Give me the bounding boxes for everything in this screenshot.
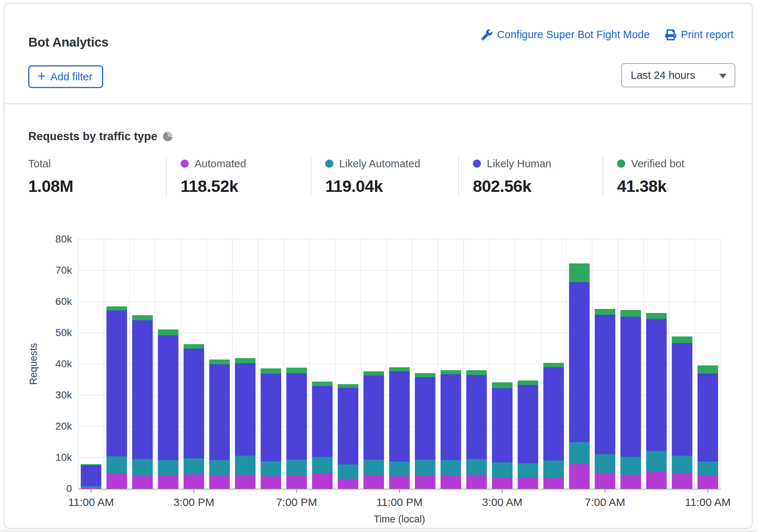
bar[interactable] [595, 239, 615, 489]
bar-segment-verified-bot [389, 367, 410, 371]
bar[interactable] [672, 239, 692, 489]
v-gridline [309, 239, 310, 489]
bar-segment-likely-automated [698, 462, 718, 475]
bar[interactable] [389, 239, 410, 489]
bar-segment-likely-human [595, 315, 615, 454]
bar-segment-verified-bot [415, 373, 435, 377]
x-tick-mark [605, 489, 605, 493]
bar-segment-likely-human [543, 367, 564, 460]
bar[interactable] [286, 239, 307, 489]
likely-automated-dot-icon [325, 160, 333, 168]
bar-segment-likely-automated [261, 461, 281, 476]
bar-segment-likely-human [312, 386, 333, 457]
page-title: Bot Analytics [28, 35, 108, 50]
bar[interactable] [569, 239, 590, 489]
bar[interactable] [543, 239, 564, 489]
bar-segment-likely-automated [363, 460, 384, 475]
bar-segment-likely-automated [158, 460, 178, 475]
bar-segment-likely-automated [441, 460, 461, 476]
bar-segment-verified-bot [338, 384, 358, 387]
bar-segment-verified-bot [620, 310, 641, 317]
x-tick-label: 3:00 PM [173, 496, 214, 509]
v-gridline [129, 239, 130, 489]
v-gridline [643, 239, 644, 489]
bar-segment-automated [286, 475, 307, 489]
stat-automated-label: Automated [195, 158, 246, 170]
bar[interactable] [209, 239, 230, 489]
traffic-type-stats: Total 1.08M Automated 118.52k Likely Aut… [28, 157, 734, 196]
bar-segment-verified-bot [209, 360, 230, 364]
configure-super-bot-fight-mode-link[interactable]: Configure Super Bot Fight Mode [481, 29, 650, 41]
bar-segment-likely-automated [389, 462, 410, 476]
bar-segment-likely-human [441, 374, 461, 460]
x-tick-mark [193, 489, 194, 493]
v-gridline [438, 239, 438, 489]
bar-segment-automated [338, 479, 358, 489]
v-gridline [361, 239, 361, 489]
bar-segment-likely-human [235, 363, 256, 456]
bar[interactable] [106, 239, 127, 489]
time-range-value: Last 24 hours [631, 69, 695, 81]
bar-segment-automated [492, 478, 512, 489]
bar-segment-automated [595, 473, 615, 489]
automated-dot-icon [181, 160, 189, 168]
header-divider [4, 103, 752, 104]
v-gridline [669, 239, 670, 489]
stat-verified-bot-label: Verified bot [631, 158, 684, 170]
bar-segment-likely-human [363, 375, 384, 460]
v-gridline [566, 239, 567, 489]
bar-segment-verified-bot [261, 368, 281, 374]
x-tick-label: 7:00 AM [585, 496, 625, 509]
bar[interactable] [184, 239, 204, 489]
bar-segment-likely-human [646, 319, 667, 451]
configure-link-label: Configure Super Bot Fight Mode [497, 29, 650, 41]
bar[interactable] [235, 239, 256, 489]
bar[interactable] [698, 239, 718, 489]
print-link-label: Print report [681, 29, 734, 41]
likely-human-dot-icon [473, 160, 481, 168]
print-report-link[interactable]: Print report [665, 29, 734, 41]
add-filter-button[interactable]: + Add filter [28, 65, 103, 88]
bar[interactable] [261, 239, 281, 489]
bar-segment-likely-human [338, 388, 358, 464]
v-gridline [283, 239, 284, 489]
bar[interactable] [81, 239, 101, 489]
plot-area [78, 239, 721, 489]
bar-segment-automated [158, 475, 178, 489]
bar-segment-likely-automated [132, 459, 153, 475]
time-range-dropdown[interactable]: Last 24 hours [621, 63, 735, 87]
bar[interactable] [158, 239, 178, 489]
bar-segment-likely-human [569, 282, 590, 442]
chart: Requests Time (local) 010k20k30k40k50k60… [4, 233, 753, 529]
bar[interactable] [312, 239, 333, 489]
bar[interactable] [466, 239, 487, 489]
bar[interactable] [132, 239, 153, 489]
bar[interactable] [363, 239, 384, 489]
bar-segment-automated [235, 475, 256, 489]
stat-likely-automated: Likely Automated 119.04k [311, 157, 458, 196]
bar-segment-automated [672, 473, 692, 489]
v-gridline [489, 239, 490, 489]
x-axis-title: Time (local) [78, 514, 721, 525]
bar-segment-automated [132, 475, 153, 489]
add-filter-label: Add filter [50, 71, 92, 83]
bar-segment-automated [261, 476, 281, 489]
section-title: Requests by traffic type [28, 130, 173, 143]
bar-segment-automated [646, 471, 667, 489]
stat-likely-automated-label: Likely Automated [339, 158, 420, 170]
bar[interactable] [518, 239, 538, 489]
bar-segment-likely-human [415, 377, 435, 460]
v-gridline [78, 239, 79, 489]
y-tick-label: 70k [4, 264, 72, 277]
bar[interactable] [492, 239, 512, 489]
page-background-strip [0, 529, 757, 532]
stat-automated: Automated 118.52k [166, 157, 311, 196]
bar[interactable] [620, 239, 641, 489]
bar-segment-likely-automated [569, 442, 590, 464]
bar[interactable] [441, 239, 461, 489]
bar[interactable] [646, 239, 667, 489]
v-gridline [232, 239, 233, 489]
bar-segment-likely-human [286, 373, 307, 460]
bar[interactable] [415, 239, 435, 489]
bar[interactable] [338, 239, 358, 489]
